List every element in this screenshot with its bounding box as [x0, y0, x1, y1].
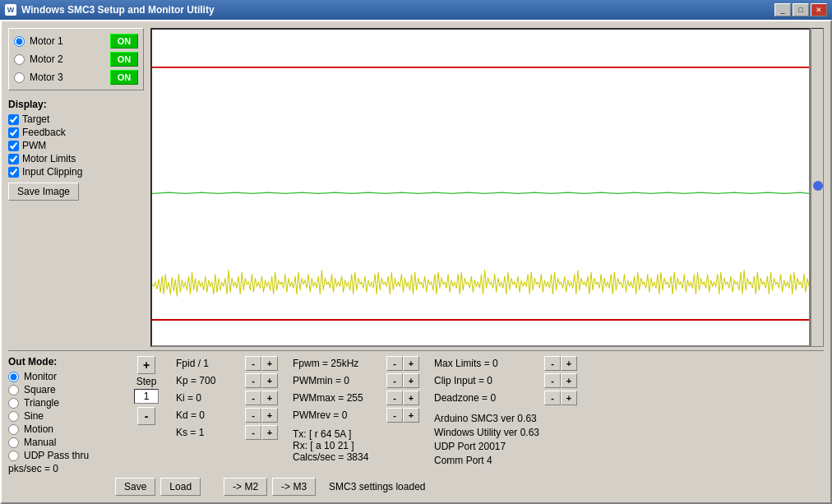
- om-manual-radio[interactable]: [8, 437, 19, 448]
- pwmmin-minus-button[interactable]: -: [386, 373, 403, 388]
- out-mode-panel: Out Mode: Monitor Square Triangle: [8, 356, 115, 474]
- m2-button[interactable]: -> M2: [224, 478, 267, 496]
- rx-row: Rx: [ a 10 21 ]: [293, 440, 419, 451]
- motor3-radio[interactable]: [14, 72, 25, 83]
- deadzone-minus-button[interactable]: -: [544, 391, 561, 405]
- pks-label: pks/sec = 0: [8, 463, 115, 474]
- maxlimits-row: Max Limits = 0 - +: [434, 356, 577, 371]
- clipinput-plus-button[interactable]: +: [561, 373, 577, 388]
- close-button[interactable]: ✕: [811, 3, 827, 16]
- deadzone-plus-button[interactable]: +: [561, 391, 577, 405]
- motor2-on-button[interactable]: ON: [110, 52, 138, 67]
- om-manual-row: Manual: [8, 437, 115, 448]
- pwm-info-grid: Fpwm = 25kHz - + PWMmin = 0 - +: [293, 356, 419, 463]
- om-monitor-radio[interactable]: [8, 372, 19, 382]
- motor1-label: Motor 1: [30, 35, 105, 47]
- vertical-scrollbar[interactable]: [811, 28, 824, 347]
- pwmrev-plus-button[interactable]: +: [403, 408, 419, 423]
- save-button[interactable]: Save: [115, 478, 155, 496]
- pwmrev-row: PWMrev = 0 - +: [293, 408, 419, 423]
- pwmmax-minus-button[interactable]: -: [386, 391, 403, 405]
- calcs-row: Calcs/sec = 3834: [293, 451, 419, 463]
- om-sine-row: Sine: [8, 410, 115, 422]
- ki-minus-button[interactable]: -: [245, 391, 261, 405]
- om-sine-radio[interactable]: [8, 411, 19, 422]
- kp-label: Kp = 700: [176, 375, 242, 386]
- deadzone-row: Deadzone = 0 - +: [434, 391, 577, 405]
- maxlimits-minus-button[interactable]: -: [544, 356, 561, 371]
- minimize-button[interactable]: _: [774, 3, 791, 16]
- arduino-ver-label: Arduino SMC3 ver 0.63: [434, 413, 577, 424]
- display-title: Display:: [8, 99, 144, 110]
- save-image-button[interactable]: Save Image: [8, 183, 79, 201]
- step-section: + Step 1 -: [122, 356, 171, 425]
- m3-button[interactable]: -> M3: [272, 478, 316, 496]
- step-label: Step: [136, 376, 157, 387]
- title-buttons: _ □ ✕: [774, 3, 827, 16]
- ks-plus-button[interactable]: +: [261, 425, 278, 440]
- motor3-on-button[interactable]: ON: [110, 70, 138, 85]
- motor2-row: Motor 2 ON: [14, 52, 138, 67]
- calcs-label: Calcs/sec = 3834: [293, 451, 368, 463]
- om-square-radio[interactable]: [8, 385, 19, 395]
- left-panel: Motor 1 ON Motor 2 ON Motor 3 ON Display…: [8, 28, 144, 347]
- checkbox-target[interactable]: [8, 114, 19, 125]
- scroll-thumb[interactable]: [813, 181, 823, 191]
- load-button[interactable]: Load: [160, 478, 201, 496]
- maxlimits-plus-button[interactable]: +: [561, 356, 577, 371]
- svg-rect-0: [152, 30, 809, 345]
- tx-row: Tx: [ r 64 5A ]: [293, 428, 419, 440]
- pwmmin-row: PWMmin = 0 - +: [293, 373, 419, 388]
- checkbox-feedback[interactable]: [8, 127, 19, 138]
- fpwm-row: Fpwm = 25kHz - +: [293, 356, 419, 371]
- ki-label: Ki = 0: [176, 392, 242, 404]
- checkbox-motorlimits[interactable]: [8, 154, 19, 164]
- fpwm-minus-button[interactable]: -: [386, 356, 403, 371]
- comm-port-label: Comm Port 4: [434, 455, 577, 466]
- om-square-label: Square: [24, 384, 56, 395]
- out-mode-title: Out Mode:: [8, 356, 115, 368]
- pwmmin-plus-button[interactable]: +: [403, 373, 419, 388]
- maxlimits-label: Max Limits = 0: [434, 358, 541, 369]
- checkbox-target-label: Target: [22, 113, 49, 125]
- step-plus-button[interactable]: +: [137, 356, 155, 374]
- fpwm-plus-button[interactable]: +: [403, 356, 419, 371]
- kd-label: Kd = 0: [176, 409, 242, 421]
- udp-port-label: UDP Port 20017: [434, 441, 577, 452]
- om-udp-radio[interactable]: [8, 451, 19, 461]
- step-minus-button[interactable]: -: [137, 407, 155, 425]
- main-window: Motor 1 ON Motor 2 ON Motor 3 ON Display…: [0, 20, 832, 504]
- clipinput-minus-button[interactable]: -: [544, 373, 561, 388]
- right-info-grid: Max Limits = 0 - + Clip Input = 0 - +: [434, 356, 577, 466]
- kp-plus-button[interactable]: +: [261, 373, 278, 388]
- windows-ver-label: Windows Utility ver 0.63: [434, 427, 577, 438]
- checkbox-feedback-label: Feedback: [22, 127, 66, 138]
- kd-minus-button[interactable]: -: [245, 408, 261, 423]
- pwmmax-plus-button[interactable]: +: [403, 391, 419, 405]
- checkbox-pwm[interactable]: [8, 141, 19, 151]
- ks-label: Ks = 1: [176, 427, 242, 438]
- motor2-radio[interactable]: [14, 54, 25, 65]
- checkbox-inputclipping[interactable]: [8, 167, 19, 178]
- clipinput-label: Clip Input = 0: [434, 375, 541, 386]
- om-triangle-label: Triangle: [24, 397, 59, 409]
- motor1-radio[interactable]: [14, 36, 25, 47]
- kd-plus-button[interactable]: +: [261, 408, 278, 423]
- kp-minus-button[interactable]: -: [245, 373, 261, 388]
- fpid-minus-button[interactable]: -: [245, 356, 261, 371]
- maximize-button[interactable]: □: [793, 3, 809, 16]
- motor3-row: Motor 3 ON: [14, 70, 138, 85]
- pwmrev-minus-button[interactable]: -: [386, 408, 403, 423]
- ki-plus-button[interactable]: +: [261, 391, 278, 405]
- motor1-on-button[interactable]: ON: [110, 34, 138, 49]
- om-motion-label: Motion: [24, 423, 53, 435]
- bottom-section: Out Mode: Monitor Square Triangle: [8, 350, 824, 496]
- title-bar: W Windows SMC3 Setup and Monitor Utility…: [0, 0, 832, 20]
- checkbox-inputclipping-label: Input Clipping: [22, 166, 82, 178]
- om-motion-radio[interactable]: [8, 424, 19, 435]
- om-udp-label: UDP Pass thru: [24, 450, 89, 461]
- step-value: 1: [134, 389, 159, 404]
- ks-minus-button[interactable]: -: [245, 425, 261, 440]
- om-triangle-radio[interactable]: [8, 398, 19, 409]
- fpid-plus-button[interactable]: +: [261, 356, 278, 371]
